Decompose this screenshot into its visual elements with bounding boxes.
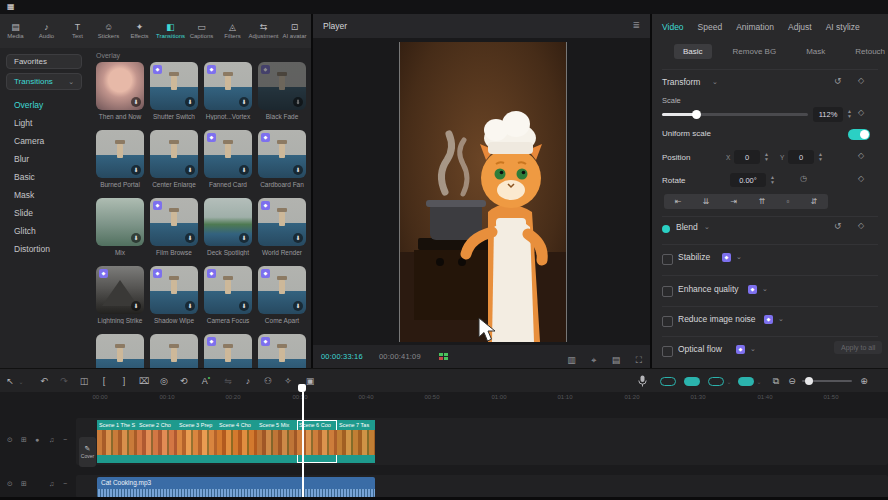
chevron-down-icon[interactable]: ⌄	[778, 315, 784, 323]
download-icon[interactable]: ⬇	[239, 97, 249, 107]
collapse-track-icon[interactable]: −	[63, 436, 67, 443]
nav-adjustment[interactable]: ⇆Adjustment	[248, 14, 279, 48]
transition-item[interactable]: ◆⬇	[204, 334, 252, 368]
tab-ai-stylize[interactable]: AI stylize	[826, 22, 860, 32]
reverse-icon[interactable]: ⟲	[176, 369, 192, 393]
align-center-icon[interactable]: ▫	[787, 197, 790, 206]
chevron-down-icon[interactable]: ⌄	[724, 369, 734, 393]
fit-canvas-icon[interactable]: ⌖	[591, 355, 596, 365]
keyframe-rotate-icon[interactable]: ◇	[858, 174, 864, 183]
zoom-out-icon[interactable]: ⊖	[784, 369, 800, 393]
transition-item[interactable]: ⬇ Center Enlarge	[150, 130, 198, 188]
delete-icon[interactable]: ⌧	[136, 369, 152, 393]
align-left-icon[interactable]: ⇤	[675, 197, 682, 206]
transition-item[interactable]: ◆⬇ Black Fade	[258, 62, 306, 120]
timeline-clip-scene-4[interactable]: Scene 4 Cho	[217, 420, 257, 463]
sidebar-item-mask[interactable]: Mask	[14, 190, 34, 200]
reset-transform-icon[interactable]: ↺	[834, 76, 842, 86]
auto-scroll-toggle[interactable]	[708, 377, 724, 386]
nav-filters[interactable]: ◬Filters	[217, 14, 248, 48]
chevron-down-icon[interactable]: ⌄	[704, 223, 710, 231]
category-dropdown[interactable]: Transitions ⌄	[6, 73, 82, 90]
quality-icon[interactable]: ▤	[612, 355, 621, 365]
playhead-handle[interactable]	[298, 384, 306, 392]
transform-title[interactable]: Transform	[662, 77, 700, 87]
align-bottom-icon[interactable]: ⇊	[703, 197, 710, 206]
trim-right-icon[interactable]: ]	[116, 369, 132, 393]
optical-flow-checkbox[interactable]	[662, 346, 673, 357]
blend-enabled-dot[interactable]	[662, 225, 670, 233]
chevron-down-icon[interactable]: ⌄	[736, 253, 742, 261]
rotate-value-field[interactable]: 0.00°	[730, 173, 766, 187]
tab-animation[interactable]: Animation	[736, 22, 774, 32]
zoom-in-icon[interactable]: ⊕	[856, 369, 872, 393]
record-voiceover-icon[interactable]	[634, 369, 650, 393]
snap-toggle[interactable]	[660, 377, 676, 386]
keyframe-blend-icon[interactable]: ◇	[858, 221, 864, 230]
smart-tools-icon[interactable]: A•	[198, 369, 214, 393]
transition-item[interactable]: ◆⬇ World Render	[258, 198, 306, 256]
timeline-clip-scene-5[interactable]: Scene 5 Mix	[257, 420, 297, 463]
timeline-clip-scene-2[interactable]: Scene 2 Cho	[137, 420, 177, 463]
nav-stickers[interactable]: ☺Stickers	[93, 14, 124, 48]
download-icon[interactable]: ⬇	[131, 233, 141, 243]
track-toggle-icon[interactable]: ⊙	[7, 480, 13, 488]
timeline-clip-scene-1[interactable]: Scene 1 The S	[97, 420, 137, 463]
rotate-stepper[interactable]: ▲▼	[768, 175, 777, 185]
position-x-stepper[interactable]: ▲▼	[762, 152, 771, 162]
download-icon[interactable]: ⬇	[185, 233, 195, 243]
transition-item[interactable]: ◆⬇ Fanned Card	[204, 130, 252, 188]
audio-wave-toggle[interactable]	[738, 377, 754, 386]
keyframe-transform-icon[interactable]: ◇	[858, 76, 864, 85]
ratio-icon[interactable]: ▥	[567, 355, 576, 365]
sidebar-item-overlay[interactable]: Overlay	[14, 100, 43, 110]
stabilize-checkbox[interactable]	[662, 254, 673, 265]
download-icon[interactable]: ⬇	[293, 165, 303, 175]
sidebar-item-basic[interactable]: Basic	[14, 172, 35, 182]
freeze-frame-icon[interactable]: ◎	[156, 369, 172, 393]
transition-item[interactable]: ◆⬇ Camera Focus	[204, 266, 252, 324]
nav-transitions[interactable]: ◧Transitions	[155, 14, 186, 48]
reduce-noise-checkbox[interactable]	[662, 316, 673, 327]
transition-item[interactable]: ⬇ Deck Spotlight	[204, 198, 252, 256]
transition-item[interactable]: ⬇	[96, 334, 144, 368]
position-x-field[interactable]: 0	[734, 150, 760, 164]
download-icon[interactable]: ⬇	[239, 301, 249, 311]
redo-icon[interactable]: ↷	[56, 369, 72, 393]
chevron-down-icon[interactable]: ⌄	[712, 78, 718, 86]
video-preview[interactable]	[399, 42, 567, 342]
subtab-mask[interactable]: Mask	[797, 44, 834, 59]
scale-stepper[interactable]: ▲▼	[845, 109, 854, 119]
sidebar-item-glitch[interactable]: Glitch	[14, 226, 36, 236]
tab-adjust[interactable]: Adjust	[788, 22, 812, 32]
tab-speed[interactable]: Speed	[698, 22, 723, 32]
transition-item[interactable]: ◆⬇ Shadow Wipe	[150, 266, 198, 324]
download-icon[interactable]: ⬇	[131, 97, 141, 107]
mute-track-icon[interactable]: ♫	[49, 436, 54, 443]
keyframe-position-icon[interactable]: ◇	[858, 151, 864, 160]
adjust-view-icon[interactable]: ⧉	[768, 369, 784, 393]
enhance-quality-checkbox[interactable]	[662, 286, 673, 297]
sidebar-item-light[interactable]: Light	[14, 118, 32, 128]
download-icon[interactable]: ⬇	[293, 301, 303, 311]
trim-left-icon[interactable]: [	[96, 369, 112, 393]
nav-audio[interactable]: ♪Audio	[31, 14, 62, 48]
subtab-basic[interactable]: Basic	[674, 44, 712, 59]
nav-effects[interactable]: ✦Effects	[124, 14, 155, 48]
align-right-icon[interactable]: ⇥	[731, 197, 738, 206]
download-icon[interactable]: ⬇	[293, 97, 303, 107]
fullscreen-icon[interactable]: ⛶	[636, 355, 642, 365]
transition-item[interactable]: ◆⬇ Lightning Strike	[96, 266, 144, 324]
transition-item[interactable]: ◆⬇ Hypnot...Vortex	[204, 62, 252, 120]
transition-item[interactable]: ◆⬇ Come Apart	[258, 266, 306, 324]
transition-item[interactable]: ⬇ Burned Portal	[96, 130, 144, 188]
split-icon[interactable]: ◫	[76, 369, 92, 393]
player-menu-icon[interactable]: ≣	[632, 20, 640, 30]
sidebar-item-distortion[interactable]: Distortion	[14, 244, 50, 254]
reset-blend-icon[interactable]: ↺	[834, 221, 842, 231]
align-top-icon[interactable]: ⇈	[759, 197, 766, 206]
subtab-retouch[interactable]: Retouch	[846, 44, 888, 59]
apply-to-all-button[interactable]: Apply to all	[834, 341, 882, 354]
scale-value-field[interactable]: 112%	[813, 107, 843, 122]
transition-item[interactable]: ◆⬇	[258, 334, 306, 368]
